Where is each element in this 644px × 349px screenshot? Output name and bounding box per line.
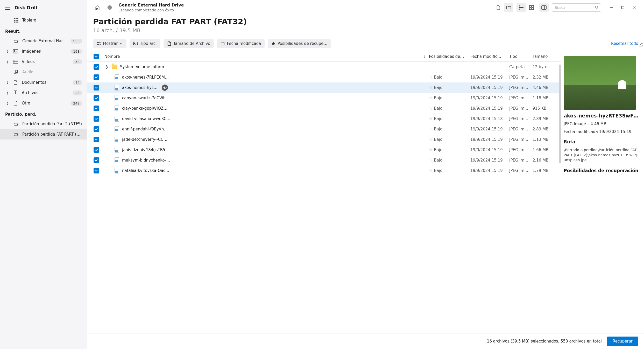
toggle-preview-button[interactable] xyxy=(539,3,549,12)
reset-filters-link[interactable]: Resetear todo xyxy=(611,41,638,46)
filter-chances-button[interactable]: Posibilidades de recupe… xyxy=(268,39,331,48)
row-checkbox[interactable] xyxy=(94,74,99,80)
col-chances[interactable]: Posibilidades de… xyxy=(429,54,470,59)
file-image-icon xyxy=(114,157,119,163)
close-button[interactable] xyxy=(629,3,639,12)
svg-rect-11 xyxy=(13,50,18,53)
sidebar-partition-item[interactable]: Partición perdida FAT PART (F… xyxy=(0,129,87,139)
maximize-button[interactable] xyxy=(618,3,627,12)
row-checkbox[interactable] xyxy=(94,116,99,122)
sidebar-item-label: Partición perdida FAT PART (F… xyxy=(22,132,82,137)
row-checkbox[interactable] xyxy=(94,168,99,173)
filter-date-button[interactable]: Fecha modificada xyxy=(217,39,265,48)
size-cell: 2.16 MB xyxy=(533,158,558,163)
svg-rect-36 xyxy=(532,8,534,10)
svg-rect-42 xyxy=(621,6,624,9)
minimize-button[interactable] xyxy=(607,3,616,12)
col-name[interactable]: Nombre↓ xyxy=(103,54,429,59)
sidebar-item-image[interactable]: ❯Imágenes198 xyxy=(0,46,87,57)
image-icon xyxy=(13,49,18,54)
preview-path: \Borrado o perdido\Partición perdida FAT… xyxy=(564,148,639,163)
table-row[interactable]: akos-nemes-hyz…☆Bajo19/9/2024 15:19JPEG … xyxy=(87,82,561,93)
search-input[interactable] xyxy=(552,3,601,12)
sidebar-item-other[interactable]: ❯Otro248 xyxy=(0,98,87,108)
table-row[interactable]: akos-nemes-7RLPE8M…☆Bajo19/9/2024 15:19J… xyxy=(87,72,561,82)
svg-rect-0 xyxy=(14,18,15,19)
eye-icon[interactable] xyxy=(162,85,168,91)
sidebar-item-doc[interactable]: ❯Documentos44 xyxy=(0,77,87,88)
select-all-checkbox[interactable] xyxy=(94,54,99,59)
drive-icon xyxy=(13,38,19,44)
col-type[interactable]: Tipo xyxy=(509,54,533,59)
row-checkbox[interactable] xyxy=(94,157,99,163)
sidebar-item-archive[interactable]: ❯Archivos25 xyxy=(0,88,87,98)
col-size[interactable]: Tamaño xyxy=(533,54,558,59)
sidebar-partition-item[interactable]: Partición perdida Part 2 (NTFS) xyxy=(0,119,87,129)
filter-show-button[interactable]: Mostrar xyxy=(93,39,126,48)
table-row[interactable]: ❯System Volume Inform…–Carpeta12 bytes xyxy=(87,62,561,72)
row-checkbox[interactable] xyxy=(94,126,99,132)
preview-meta: JPEG Image – 4.46 MB xyxy=(564,122,639,126)
svg-rect-33 xyxy=(529,5,531,7)
sidebar-item-drive[interactable]: Generic External Hard Dr…553 xyxy=(0,36,87,46)
date-cell: 19/9/2024 15:19 xyxy=(470,168,509,173)
svg-point-48 xyxy=(99,44,100,45)
table-row[interactable]: ennif-pendahl-f9EyVh…☆Bajo19/9/2024 15:1… xyxy=(87,124,561,134)
row-checkbox[interactable] xyxy=(94,95,99,101)
row-checkbox[interactable] xyxy=(94,147,99,153)
table-row[interactable]: maksym-bidnychenko-…☆Bajo19/9/2024 15:19… xyxy=(87,155,561,165)
svg-rect-5 xyxy=(17,20,18,21)
size-cell: 2.89 MB xyxy=(533,127,558,131)
table-row[interactable]: clay-banks-gbpIWIQZ…☆Bajo19/9/2024 15:19… xyxy=(87,103,561,114)
filter-type-button[interactable]: Tipo arc. xyxy=(130,39,160,48)
sidebar-item-audio[interactable]: Audio xyxy=(0,67,87,77)
file-image-icon xyxy=(114,126,119,132)
chances-cell: ☆Bajo xyxy=(429,85,470,90)
chances-cell: ☆Bajo xyxy=(429,168,470,173)
scrollbar[interactable] xyxy=(559,65,561,163)
recover-button[interactable]: Recuperar xyxy=(607,337,638,346)
home-button[interactable] xyxy=(93,3,102,12)
chevron-right-icon: ❯ xyxy=(6,50,9,53)
svg-rect-1 xyxy=(16,18,17,19)
file-name: canyon-swartz-7oCWh… xyxy=(122,96,169,100)
menu-icon[interactable] xyxy=(5,6,10,10)
view-folder-button[interactable] xyxy=(504,3,513,12)
filter-size-button[interactable]: Tamaño de Archivo xyxy=(164,39,214,48)
view-list-button[interactable] xyxy=(516,3,526,12)
svg-point-10 xyxy=(17,41,18,41)
filter-bar: Mostrar Tipo arc. Tamaño de Archivo Fech… xyxy=(87,38,644,52)
table-row[interactable]: nataliia-kvitovska-Oac…☆Bajo19/9/2024 15… xyxy=(87,165,561,176)
open-external-icon[interactable] xyxy=(638,42,643,47)
sidebar-item-count: 25 xyxy=(73,90,82,95)
file-table: Nombre↓ Posibilidades de… Fecha modific…… xyxy=(87,52,561,333)
video-icon xyxy=(13,59,18,64)
table-row[interactable]: canyon-swartz-7oCWh…☆Bajo19/9/2024 15:19… xyxy=(87,93,561,103)
table-row[interactable]: jade-detcheverry--CC…☆Bajo19/9/2024 15:1… xyxy=(87,134,561,145)
sidebar-item-label: Audio xyxy=(22,70,82,74)
chevron-right-icon: ❯ xyxy=(6,81,9,84)
sidebar-item-video[interactable]: ❯Videos38 xyxy=(0,57,87,67)
preview-title: akos-nemes-hyzRTE3SwF… xyxy=(564,113,639,118)
topbar: Generic External Hard Drive Escaneo comp… xyxy=(87,0,644,15)
chances-cell: ☆Bajo xyxy=(429,96,470,100)
row-checkbox[interactable] xyxy=(94,106,99,111)
svg-point-18 xyxy=(16,72,18,73)
date-cell: 19/9/2024 15:19 xyxy=(470,96,509,100)
preview-modified: Fecha modificada 19/9/2024 15:19 xyxy=(564,129,639,134)
size-cell: 4.46 MB xyxy=(533,85,558,90)
table-row[interactable]: janis-dzenis-Y84gsTB5…☆Bajo19/9/2024 15:… xyxy=(87,145,561,155)
row-checkbox[interactable] xyxy=(94,137,99,142)
folder-icon xyxy=(112,65,117,69)
grid-icon xyxy=(13,18,19,23)
chevron-right-icon[interactable]: ❯ xyxy=(104,65,109,69)
view-grid-button[interactable] xyxy=(527,3,536,12)
table-row[interactable]: david-villasana-wweKC…☆Bajo19/9/2024 15:… xyxy=(87,114,561,124)
view-file-button[interactable] xyxy=(494,3,503,12)
sidebar-dashboard[interactable]: Tablero xyxy=(0,15,87,25)
star-outline-icon: ☆ xyxy=(429,127,432,131)
row-checkbox[interactable] xyxy=(94,64,99,70)
row-checkbox[interactable] xyxy=(94,85,99,90)
svg-point-39 xyxy=(596,6,598,8)
col-modified[interactable]: Fecha modific… xyxy=(470,54,509,59)
